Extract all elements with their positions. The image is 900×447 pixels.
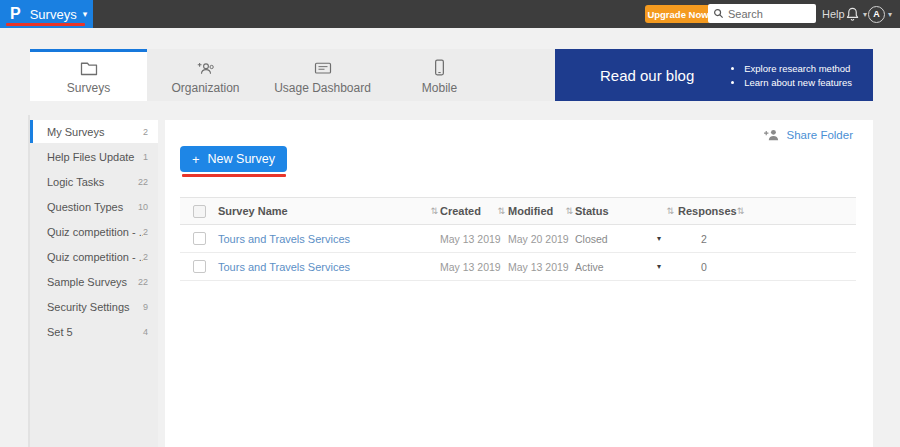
- blog-banner-title[interactable]: Read our blog: [600, 67, 694, 84]
- sidebar-item-set-5[interactable]: Set 5 4: [30, 320, 158, 343]
- survey-name-link[interactable]: Tours and Travels Services: [218, 233, 350, 245]
- responses-count: 0: [678, 261, 730, 273]
- annotation-underline-logo: [6, 23, 85, 26]
- share-folder-label: Share Folder: [787, 129, 853, 141]
- sidebar-item-label: Question Types: [47, 201, 138, 213]
- responses-count: 2: [678, 233, 730, 245]
- sidebar-item-count: 10: [138, 202, 148, 212]
- sort-icon[interactable]: ⇅: [497, 207, 505, 216]
- sidebar-item-sample-surveys[interactable]: Sample Surveys 22: [30, 270, 158, 293]
- sidebar-item-label: Set 5: [47, 326, 143, 338]
- row-checkbox[interactable]: [193, 260, 206, 273]
- surveys-table: Survey Name ⇅ Created ⇅ Modified ⇅ Statu…: [180, 197, 856, 281]
- sidebar-item-label: My Surveys: [47, 126, 143, 138]
- sort-icon[interactable]: ⇅: [565, 207, 573, 216]
- column-header-status[interactable]: Status: [575, 205, 609, 217]
- sidebar-item-count: 1: [143, 152, 148, 162]
- sidebar-item-label: Quiz competition - ...: [47, 226, 143, 238]
- annotation-underline-new-survey: [182, 174, 286, 177]
- blog-banner[interactable]: Read our blog Explore research method Le…: [555, 49, 873, 101]
- sidebar-item-label: Logic Tasks: [47, 176, 138, 188]
- sidebar-item-count: 4: [143, 327, 148, 337]
- tab-mobile[interactable]: Mobile: [381, 49, 498, 101]
- tab-label: Surveys: [67, 81, 110, 95]
- app: P Surveys ▾ Upgrade Now Help ▾ A ▾: [0, 0, 900, 447]
- modified-date: May 13 2019: [508, 261, 569, 273]
- column-header-survey-name[interactable]: Survey Name: [218, 205, 288, 217]
- chevron-down-icon[interactable]: ▾: [657, 262, 661, 271]
- sidebar-item-count: 9: [143, 302, 148, 312]
- status-dropdown[interactable]: Active ▾: [573, 261, 674, 273]
- survey-name-link[interactable]: Tours and Travels Services: [218, 261, 350, 273]
- tab-label: Organization: [171, 81, 239, 95]
- dashboard-icon: [314, 59, 332, 76]
- sidebar-item-help-files-update[interactable]: Help Files Update 1: [30, 145, 158, 168]
- topbar: P Surveys ▾ Upgrade Now Help ▾ A ▾: [0, 0, 900, 28]
- column-header-modified[interactable]: Modified: [508, 205, 553, 217]
- chevron-down-icon: ▾: [863, 10, 867, 19]
- sort-icon[interactable]: ⇅: [737, 207, 745, 216]
- tab-surveys[interactable]: Surveys: [30, 49, 147, 101]
- row-checkbox[interactable]: [193, 232, 206, 245]
- tab-label: Mobile: [422, 81, 457, 95]
- chevron-down-icon[interactable]: ▾: [83, 9, 88, 19]
- created-date: May 13 2019: [440, 261, 501, 273]
- blog-bullet: Learn about new features: [744, 77, 852, 88]
- tab-usage-dashboard[interactable]: Usage Dashboard: [264, 49, 381, 101]
- new-survey-label: New Survey: [208, 152, 275, 166]
- share-folder-link[interactable]: Share Folder: [764, 128, 853, 141]
- new-survey-button[interactable]: + New Survey: [180, 146, 287, 172]
- sidebar-item-count: 2: [143, 227, 148, 237]
- status-value: Active: [575, 261, 604, 273]
- sidebar-item-label: Help Files Update: [47, 151, 143, 163]
- select-all-checkbox[interactable]: [193, 205, 206, 218]
- blog-bullet: Explore research method: [744, 63, 852, 74]
- add-group-icon: [196, 59, 216, 76]
- status-dropdown[interactable]: Closed ▾: [573, 233, 674, 245]
- surveys-panel: Share Folder + New Survey Survey Name ⇅ …: [165, 120, 873, 447]
- sidebar-item-question-types[interactable]: Question Types 10: [30, 195, 158, 218]
- sidebar-item-count: 22: [138, 177, 148, 187]
- bell-icon: [845, 6, 860, 22]
- avatar[interactable]: A: [868, 6, 885, 23]
- help-link[interactable]: Help: [822, 0, 845, 28]
- column-header-responses[interactable]: Responses: [678, 205, 737, 217]
- sort-icon[interactable]: ⇅: [430, 207, 438, 216]
- sidebar-item-quiz-competition-2[interactable]: Quiz competition - ... 2: [30, 245, 158, 268]
- table-header-row: Survey Name ⇅ Created ⇅ Modified ⇅ Statu…: [180, 197, 856, 225]
- logo-p-icon: P: [10, 5, 21, 23]
- column-header-created[interactable]: Created: [440, 205, 481, 217]
- sidebar-item-count: 22: [138, 277, 148, 287]
- search-icon: [713, 8, 724, 19]
- status-value: Closed: [575, 233, 608, 245]
- modified-date: May 20 2019: [508, 233, 569, 245]
- main-tabs: Surveys Organization Usage: [30, 49, 555, 101]
- created-date: May 13 2019: [440, 233, 501, 245]
- search-box[interactable]: [708, 4, 816, 23]
- tab-label: Usage Dashboard: [274, 81, 371, 95]
- plus-icon: +: [192, 152, 200, 167]
- blog-banner-bullets: Explore research method Learn about new …: [732, 60, 852, 91]
- table-row: Tours and Travels Services May 13 2019 M…: [180, 225, 856, 253]
- tab-organization[interactable]: Organization: [147, 49, 264, 101]
- notifications-button[interactable]: ▾: [845, 0, 867, 28]
- sidebar-item-label: Security Settings: [47, 301, 143, 313]
- sidebar-item-logic-tasks[interactable]: Logic Tasks 22: [30, 170, 158, 193]
- sidebar-item-quiz-competition-1[interactable]: Quiz competition - ... 2: [30, 220, 158, 243]
- upgrade-now-button[interactable]: Upgrade Now: [645, 5, 711, 23]
- add-person-icon: [764, 128, 780, 141]
- product-switcher[interactable]: Surveys: [30, 7, 77, 22]
- chevron-down-icon: ▾: [888, 10, 892, 19]
- sidebar-item-count: 2: [143, 127, 148, 137]
- mobile-icon: [434, 59, 445, 76]
- table-row: Tours and Travels Services May 13 2019 M…: [180, 253, 856, 281]
- sort-icon[interactable]: ⇅: [666, 207, 674, 216]
- folder-icon: [80, 59, 98, 76]
- search-input[interactable]: [728, 8, 808, 20]
- folders-sidebar: My Surveys 2 Help Files Update 1 Logic T…: [30, 120, 158, 447]
- account-menu[interactable]: A ▾: [868, 0, 892, 28]
- sidebar-item-security-settings[interactable]: Security Settings 9: [30, 295, 158, 318]
- sidebar-item-label: Sample Surveys: [47, 276, 138, 288]
- chevron-down-icon[interactable]: ▾: [657, 234, 661, 243]
- sidebar-item-my-surveys[interactable]: My Surveys 2: [30, 120, 158, 143]
